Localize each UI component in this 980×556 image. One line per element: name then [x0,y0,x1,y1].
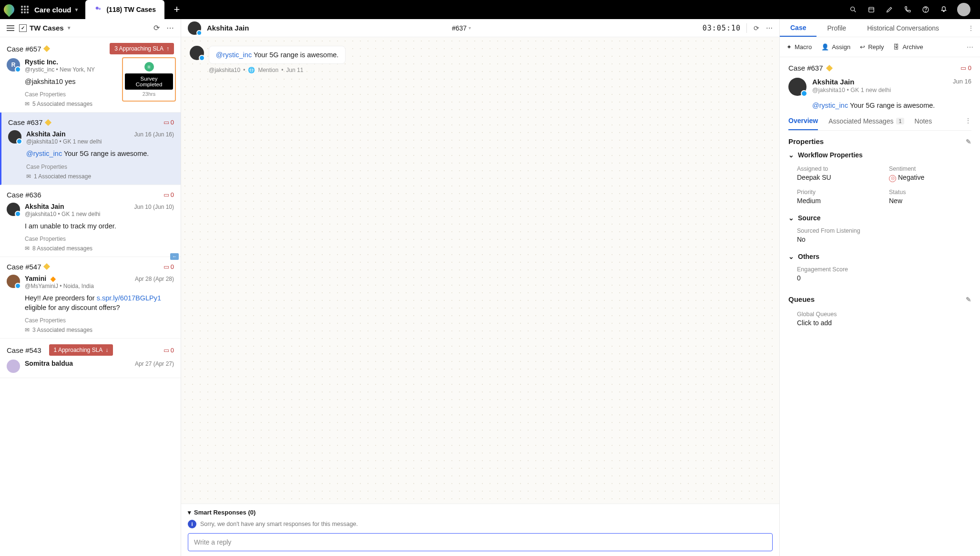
message-avatar [190,46,204,60]
case-item[interactable]: Case #636 ▭0 Akshita JainJun 10 (Jun 10)… [0,185,181,257]
wand-icon: ✦ [786,43,792,51]
prop-label: Status [889,189,971,196]
tab-tw-cases[interactable]: (118) TW Cases [85,0,164,19]
case-associated[interactable]: ✉3 Associated messages [25,327,174,333]
edit-icon[interactable]: ✎ [966,138,971,145]
detail-case-id-row: Case #637 ▭0 [788,64,971,72]
bell-icon[interactable] [939,5,949,14]
tab-historical[interactable]: Historical Conversations [857,19,949,37]
user-avatar-button[interactable] [957,3,970,16]
envelope-icon: ✉ [25,101,30,107]
add-tab-button[interactable]: + [166,0,187,19]
refresh-icon[interactable]: ⟳ [754,24,759,32]
checkbox-icon: ✓ [19,24,27,32]
case-avatar [7,203,20,216]
compose-icon[interactable] [885,5,894,14]
user-assign-icon: 👤 [821,43,829,51]
more-icon[interactable]: ⋯ [766,24,773,32]
survey-completed-popover: ≡ Survey Completed 23hrs [122,57,176,102]
case-associated[interactable]: ✉8 Associated messages [25,245,174,252]
reply-button[interactable]: ↩Reply [860,43,884,51]
archive-icon: 🗄 [893,43,899,51]
others-properties: Engagement Score 0 [788,264,971,290]
case-properties-link[interactable]: Case Properties [25,317,174,324]
case-id: Case #547 [7,263,41,271]
case-properties-link[interactable]: Case Properties [25,236,174,242]
sla-timer: 03:05:10 [703,24,741,32]
detail-case-id: Case #637 [788,64,823,72]
detail-tabs: Case Profile Historical Conversations ⋮ [780,19,980,37]
workflow-properties-header[interactable]: ⌄Workflow Properties [788,151,971,159]
conversation-case-dropdown[interactable]: #637▾ [452,24,471,32]
conversation-body: @rystic_inc Your 5G range is awesome. @j… [181,37,779,504]
case-user-name: Yamini [25,275,46,282]
message-row: @rystic_inc Your 5G range is awesome. [190,46,771,64]
detail-tabs-more-icon[interactable]: ⋮ [962,24,980,32]
case-avatar [8,130,21,144]
tab-case[interactable]: Case [780,19,817,37]
edit-icon[interactable]: ✎ [966,296,971,303]
workspace-label: Care cloud [34,6,71,14]
assign-button[interactable]: 👤Assign [821,43,850,51]
archive-button[interactable]: 🗄Archive [893,43,923,51]
help-icon[interactable] [921,5,930,14]
case-list: ✓ TW Cases ▼ ⟳ ⋯ ≡ Survey Completed 23hr… [0,19,181,556]
case-properties-link[interactable]: Case Properties [26,164,174,170]
smart-responses-toggle[interactable]: ▾Smart Responses (0) [188,509,773,516]
case-id: Case #637 [8,118,43,126]
prop-label: Sentiment [889,165,971,172]
case-dates: Apr 28 (Apr 28) [135,276,174,282]
cases-scroll[interactable]: Case #657 3 Approaching SLA↑ R Rystic In… [0,37,181,556]
tab-profile[interactable]: Profile [817,19,857,37]
subtab-associated[interactable]: Associated Messages1 [828,117,904,130]
comment-icon: ▭ [163,347,169,354]
chevron-down-icon: ⌄ [788,214,794,222]
case-handle: @jakshita10 • GK 1 new delhi [25,211,174,217]
case-message: @rystic_inc Your 5G range is awesome. [26,149,174,158]
subtab-notes[interactable]: Notes [915,117,932,130]
chevron-down-icon: ▼ [74,7,79,12]
case-dates: Apr 27 (Apr 27) [135,360,174,367]
case-item[interactable]: ← Case #547 ▭0 Yamini🔶Apr 28 (Apr 28) @M… [0,257,181,339]
app-grid-icon[interactable] [21,6,29,13]
info-icon: i [188,520,196,528]
case-id: Case #543 [7,346,41,354]
case-avatar [7,360,20,373]
workspace-switcher[interactable]: Care cloud ▼ [34,6,79,14]
detail-actions-more-icon[interactable]: ⋯ [967,43,973,51]
refresh-icon[interactable]: ⟳ [153,23,160,32]
detail-comment-count: ▭0 [960,64,971,72]
subtab-more-icon[interactable]: ⋮ [965,117,971,130]
svg-point-7 [926,11,926,12]
phone-icon[interactable] [903,5,912,14]
search-icon[interactable] [848,5,858,14]
case-item[interactable]: Case #637 ▭0 Akshita JainJun 16 (Jun 16)… [0,113,181,185]
case-list-title[interactable]: ✓ TW Cases ▼ [19,24,71,32]
svg-point-2 [851,7,855,11]
others-header[interactable]: ⌄Others [788,253,971,260]
reply-tag-icon: ← [170,253,179,260]
source-header[interactable]: ⌄Source [788,214,971,222]
hamburger-icon[interactable] [7,25,14,31]
case-user-name: Akshita Jain [25,203,64,210]
smart-responses-empty: iSorry, we don't have any smart response… [188,520,773,528]
case-user-name: Rystic Inc. [25,58,58,66]
diamond-icon [44,119,51,126]
queues-add-link[interactable]: Click to add [797,319,971,327]
sprinklr-logo-icon[interactable] [1,2,16,17]
list-head-actions: ⟳ ⋯ [153,23,174,32]
properties-section-title: Properties✎ [788,137,971,145]
envelope-icon: ✉ [26,173,31,180]
case-associated[interactable]: ✉1 Associated message [26,173,174,180]
diamond-icon [826,64,832,71]
macro-button[interactable]: ✦Macro [786,43,812,51]
subtab-overview[interactable]: Overview [788,117,818,130]
calendar-icon[interactable] [867,5,876,14]
comment-icon: ▭ [960,64,966,72]
divider [746,23,747,33]
more-icon[interactable]: ⋯ [166,23,174,32]
reply-input[interactable]: Write a reply [188,533,773,551]
case-associated[interactable]: ✉5 Associated messages [25,101,174,107]
chevron-down-icon: ⌄ [788,253,794,260]
case-item[interactable]: Case #543 1 Approaching SLA↓ ▭0 Somitra … [0,339,181,378]
